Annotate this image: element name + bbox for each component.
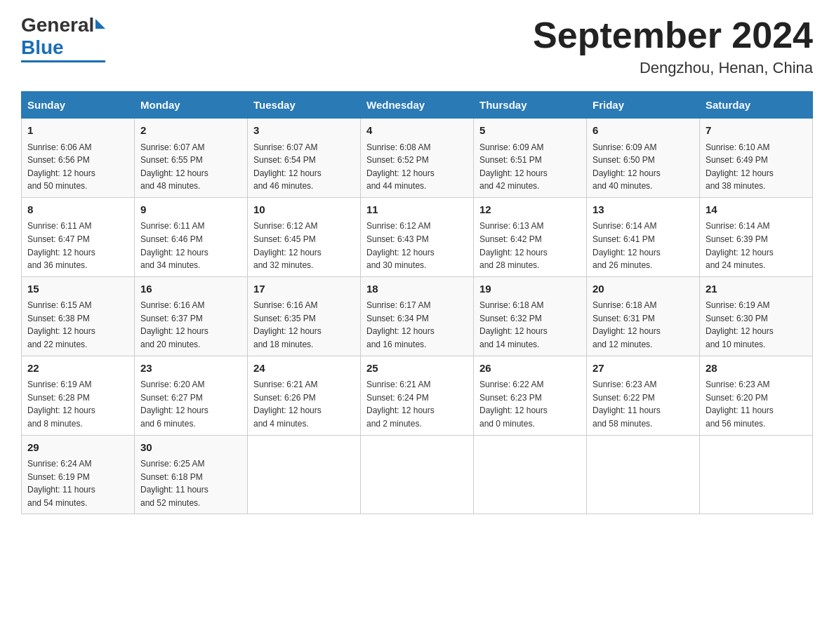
day-number: 16 bbox=[140, 281, 241, 297]
day-info: Sunrise: 6:18 AMSunset: 6:31 PMDaylight:… bbox=[593, 299, 694, 351]
day-info: Sunrise: 6:19 AMSunset: 6:30 PMDaylight:… bbox=[706, 299, 807, 351]
calendar-cell: 30Sunrise: 6:25 AMSunset: 6:18 PMDayligh… bbox=[135, 435, 248, 514]
column-header-wednesday: Wednesday bbox=[361, 92, 474, 119]
day-number: 21 bbox=[706, 281, 807, 297]
calendar-week-row: 15Sunrise: 6:15 AMSunset: 6:38 PMDayligh… bbox=[22, 276, 813, 356]
day-info: Sunrise: 6:11 AMSunset: 6:47 PMDaylight:… bbox=[27, 220, 128, 271]
calendar-cell: 12Sunrise: 6:13 AMSunset: 6:42 PMDayligh… bbox=[474, 197, 587, 276]
day-info: Sunrise: 6:25 AMSunset: 6:18 PMDaylight:… bbox=[140, 457, 241, 509]
day-info: Sunrise: 6:07 AMSunset: 6:54 PMDaylight:… bbox=[253, 141, 355, 193]
day-info: Sunrise: 6:19 AMSunset: 6:28 PMDaylight:… bbox=[27, 378, 128, 430]
calendar-cell: 6Sunrise: 6:09 AMSunset: 6:50 PMDaylight… bbox=[587, 119, 700, 198]
day-info: Sunrise: 6:22 AMSunset: 6:23 PMDaylight:… bbox=[479, 378, 581, 430]
day-number: 1 bbox=[27, 123, 128, 139]
title-area: September 2024 Dengzhou, Henan, China bbox=[533, 14, 813, 77]
calendar-cell bbox=[700, 435, 813, 514]
calendar-cell: 17Sunrise: 6:16 AMSunset: 6:35 PMDayligh… bbox=[248, 276, 361, 356]
day-number: 7 bbox=[706, 123, 807, 139]
calendar-cell: 3Sunrise: 6:07 AMSunset: 6:54 PMDaylight… bbox=[248, 119, 361, 198]
column-header-thursday: Thursday bbox=[474, 92, 587, 119]
column-header-saturday: Saturday bbox=[700, 92, 813, 119]
calendar-cell: 15Sunrise: 6:15 AMSunset: 6:38 PMDayligh… bbox=[22, 276, 135, 356]
day-number: 9 bbox=[140, 202, 241, 218]
calendar-table: SundayMondayTuesdayWednesdayThursdayFrid… bbox=[21, 91, 813, 514]
day-info: Sunrise: 6:12 AMSunset: 6:43 PMDaylight:… bbox=[366, 220, 468, 271]
calendar-cell: 1Sunrise: 6:06 AMSunset: 6:56 PMDaylight… bbox=[22, 119, 135, 198]
column-header-tuesday: Tuesday bbox=[248, 92, 361, 119]
day-info: Sunrise: 6:12 AMSunset: 6:45 PMDaylight:… bbox=[253, 220, 355, 271]
day-info: Sunrise: 6:16 AMSunset: 6:37 PMDaylight:… bbox=[140, 299, 241, 351]
day-number: 19 bbox=[479, 281, 581, 297]
calendar-week-row: 8Sunrise: 6:11 AMSunset: 6:47 PMDaylight… bbox=[22, 197, 813, 276]
calendar-cell: 10Sunrise: 6:12 AMSunset: 6:45 PMDayligh… bbox=[248, 197, 361, 276]
day-info: Sunrise: 6:06 AMSunset: 6:56 PMDaylight:… bbox=[27, 141, 128, 193]
day-info: Sunrise: 6:07 AMSunset: 6:55 PMDaylight:… bbox=[140, 141, 241, 193]
day-number: 28 bbox=[706, 361, 807, 377]
day-number: 29 bbox=[27, 440, 128, 456]
calendar-cell: 11Sunrise: 6:12 AMSunset: 6:43 PMDayligh… bbox=[361, 197, 474, 276]
day-number: 25 bbox=[366, 361, 468, 377]
calendar-cell: 18Sunrise: 6:17 AMSunset: 6:34 PMDayligh… bbox=[361, 276, 474, 356]
day-info: Sunrise: 6:24 AMSunset: 6:19 PMDaylight:… bbox=[27, 457, 128, 509]
calendar-title: September 2024 bbox=[533, 14, 813, 56]
day-info: Sunrise: 6:17 AMSunset: 6:34 PMDaylight:… bbox=[366, 299, 468, 351]
day-number: 20 bbox=[593, 281, 694, 297]
page-header: General Blue September 2024 Dengzhou, He… bbox=[21, 14, 813, 77]
logo-underline bbox=[21, 60, 105, 62]
day-number: 15 bbox=[27, 281, 128, 297]
day-info: Sunrise: 6:10 AMSunset: 6:49 PMDaylight:… bbox=[706, 141, 807, 193]
day-number: 23 bbox=[140, 361, 241, 377]
day-info: Sunrise: 6:11 AMSunset: 6:46 PMDaylight:… bbox=[140, 220, 241, 271]
calendar-week-row: 29Sunrise: 6:24 AMSunset: 6:19 PMDayligh… bbox=[22, 435, 813, 514]
day-info: Sunrise: 6:09 AMSunset: 6:50 PMDaylight:… bbox=[593, 141, 694, 193]
calendar-subtitle: Dengzhou, Henan, China bbox=[533, 59, 813, 77]
logo-blue-text: Blue bbox=[21, 36, 64, 59]
day-number: 6 bbox=[593, 123, 694, 139]
calendar-cell bbox=[474, 435, 587, 514]
day-number: 14 bbox=[706, 202, 807, 218]
calendar-cell: 4Sunrise: 6:08 AMSunset: 6:52 PMDaylight… bbox=[361, 119, 474, 198]
calendar-cell: 21Sunrise: 6:19 AMSunset: 6:30 PMDayligh… bbox=[700, 276, 813, 356]
calendar-cell: 22Sunrise: 6:19 AMSunset: 6:28 PMDayligh… bbox=[22, 356, 135, 435]
day-number: 5 bbox=[479, 123, 581, 139]
day-number: 24 bbox=[253, 361, 355, 377]
day-info: Sunrise: 6:23 AMSunset: 6:22 PMDaylight:… bbox=[593, 378, 694, 430]
calendar-cell: 28Sunrise: 6:23 AMSunset: 6:20 PMDayligh… bbox=[700, 356, 813, 435]
calendar-cell: 14Sunrise: 6:14 AMSunset: 6:39 PMDayligh… bbox=[700, 197, 813, 276]
day-number: 8 bbox=[27, 202, 128, 218]
day-info: Sunrise: 6:14 AMSunset: 6:41 PMDaylight:… bbox=[593, 220, 694, 271]
day-number: 10 bbox=[253, 202, 355, 218]
day-info: Sunrise: 6:15 AMSunset: 6:38 PMDaylight:… bbox=[27, 299, 128, 351]
calendar-cell: 20Sunrise: 6:18 AMSunset: 6:31 PMDayligh… bbox=[587, 276, 700, 356]
day-number: 27 bbox=[593, 361, 694, 377]
calendar-cell: 5Sunrise: 6:09 AMSunset: 6:51 PMDaylight… bbox=[474, 119, 587, 198]
day-number: 18 bbox=[366, 281, 468, 297]
calendar-cell bbox=[248, 435, 361, 514]
calendar-week-row: 22Sunrise: 6:19 AMSunset: 6:28 PMDayligh… bbox=[22, 356, 813, 435]
day-info: Sunrise: 6:09 AMSunset: 6:51 PMDaylight:… bbox=[479, 141, 581, 193]
calendar-header-row: SundayMondayTuesdayWednesdayThursdayFrid… bbox=[22, 92, 813, 119]
day-number: 17 bbox=[253, 281, 355, 297]
day-number: 11 bbox=[366, 202, 468, 218]
calendar-cell: 7Sunrise: 6:10 AMSunset: 6:49 PMDaylight… bbox=[700, 119, 813, 198]
day-info: Sunrise: 6:23 AMSunset: 6:20 PMDaylight:… bbox=[706, 378, 807, 430]
calendar-week-row: 1Sunrise: 6:06 AMSunset: 6:56 PMDaylight… bbox=[22, 119, 813, 198]
column-header-monday: Monday bbox=[135, 92, 248, 119]
calendar-cell: 13Sunrise: 6:14 AMSunset: 6:41 PMDayligh… bbox=[587, 197, 700, 276]
calendar-cell: 25Sunrise: 6:21 AMSunset: 6:24 PMDayligh… bbox=[361, 356, 474, 435]
day-number: 13 bbox=[593, 202, 694, 218]
calendar-cell bbox=[587, 435, 700, 514]
calendar-cell: 2Sunrise: 6:07 AMSunset: 6:55 PMDaylight… bbox=[135, 119, 248, 198]
calendar-cell: 9Sunrise: 6:11 AMSunset: 6:46 PMDaylight… bbox=[135, 197, 248, 276]
day-number: 22 bbox=[27, 361, 128, 377]
day-info: Sunrise: 6:14 AMSunset: 6:39 PMDaylight:… bbox=[706, 220, 807, 271]
calendar-cell: 19Sunrise: 6:18 AMSunset: 6:32 PMDayligh… bbox=[474, 276, 587, 356]
day-info: Sunrise: 6:18 AMSunset: 6:32 PMDaylight:… bbox=[479, 299, 581, 351]
calendar-cell bbox=[361, 435, 474, 514]
logo-triangle-icon bbox=[95, 19, 105, 29]
calendar-cell: 8Sunrise: 6:11 AMSunset: 6:47 PMDaylight… bbox=[22, 197, 135, 276]
calendar-cell: 29Sunrise: 6:24 AMSunset: 6:19 PMDayligh… bbox=[22, 435, 135, 514]
day-number: 12 bbox=[479, 202, 581, 218]
logo-general-text: General bbox=[21, 14, 94, 36]
calendar-cell: 24Sunrise: 6:21 AMSunset: 6:26 PMDayligh… bbox=[248, 356, 361, 435]
